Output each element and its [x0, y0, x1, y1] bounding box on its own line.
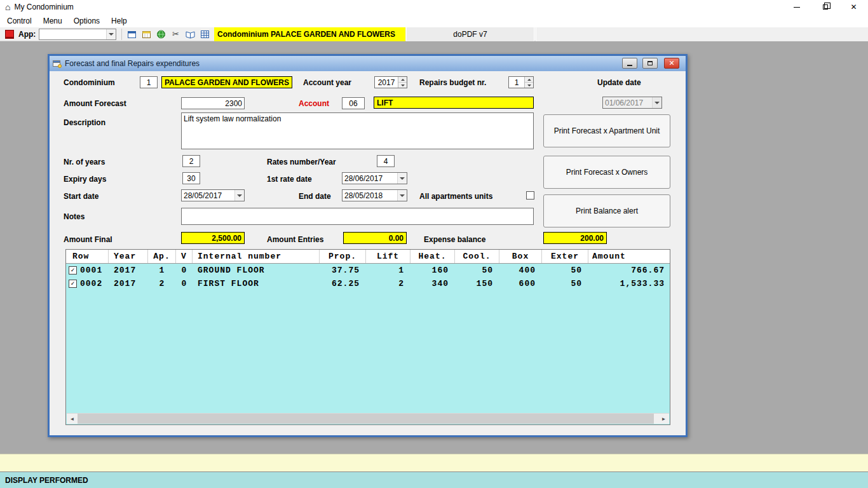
menu-control[interactable]: Control: [1, 15, 37, 27]
dopdf-panel: doPDF v7: [406, 27, 534, 41]
condominium-name-field[interactable]: PALACE GARDEN AND FLOWERS: [161, 76, 292, 88]
close-button[interactable]: ✕: [839, 0, 868, 14]
spin-up-button[interactable]: [525, 77, 533, 82]
minimize-button[interactable]: [782, 0, 811, 14]
table-horizontal-scrollbar[interactable]: ◄ ►: [67, 413, 669, 424]
col-header-ap: Ap.: [148, 250, 176, 263]
first-rate-date-label: 1st rate date: [267, 175, 312, 184]
chevron-down-icon[interactable]: [234, 190, 244, 201]
forecast-window-titlebar[interactable]: Forecast and final Repairs expenditures …: [50, 56, 686, 71]
forecast-window-title: Forecast and final Repairs expenditures: [65, 59, 200, 68]
form-icon: [53, 59, 62, 68]
forecast-window: Forecast and final Repairs expenditures …: [48, 54, 688, 437]
grid-icon[interactable]: [198, 28, 212, 41]
globe-icon[interactable]: [154, 28, 168, 41]
spin-up-button[interactable]: [398, 77, 407, 82]
cut-icon[interactable]: ✂: [168, 28, 182, 41]
spin-down-button[interactable]: [398, 82, 407, 88]
description-textarea[interactable]: Lift system law normalization: [181, 112, 534, 149]
child-maximize-button[interactable]: [642, 58, 658, 69]
cell-exter: 50: [542, 264, 588, 277]
col-header-lift: Lift: [366, 250, 410, 263]
col-header-heat: Heat.: [410, 250, 455, 263]
scroll-left-button[interactable]: ◄: [67, 414, 78, 424]
chevron-down-icon[interactable]: [397, 173, 407, 184]
amount-forecast-input[interactable]: [181, 97, 245, 109]
window-icon[interactable]: [125, 28, 139, 41]
scrollbar-thumb[interactable]: [78, 414, 654, 424]
menu-menu[interactable]: Menu: [37, 15, 68, 27]
close-icon: ✕: [668, 59, 674, 67]
table-row[interactable]: ✓ 0002 2017 2 0 FIRST FLOOR 62.25 2 340 …: [66, 277, 670, 290]
condominium-number-input[interactable]: [140, 76, 158, 88]
menu-options[interactable]: Options: [68, 15, 105, 27]
cell-v: 0: [176, 277, 193, 290]
print-forecast-apartment-button[interactable]: Print Forecast x Apartment Unit: [543, 114, 670, 147]
expense-balance-label: Expense balance: [424, 235, 485, 244]
first-rate-date-combo[interactable]: 28/06/2017: [342, 172, 407, 184]
print-balance-alert-button[interactable]: Print Balance alert: [543, 194, 670, 227]
start-date-combo[interactable]: 28/05/2017: [181, 189, 245, 201]
app-combobox[interactable]: [39, 29, 116, 40]
cell-internal-number: FIRST FLOOR: [193, 277, 320, 290]
repairs-budget-input[interactable]: [509, 77, 524, 88]
check-icon: ✓: [71, 268, 74, 274]
col-header-row: Row: [66, 250, 109, 263]
cell-amount: 1,533.33: [588, 277, 670, 290]
cell-box: 400: [499, 264, 542, 277]
amount-final-field: 2,500.00: [181, 232, 245, 244]
forecast-window-body: Condominium PALACE GARDEN AND FLOWERS Ac…: [50, 71, 686, 435]
repairs-budget-spinner[interactable]: [508, 76, 534, 88]
spin-down-button[interactable]: [525, 82, 533, 88]
notes-label: Notes: [64, 212, 85, 221]
cell-internal-number: GROUND FLOOR: [193, 264, 320, 277]
scroll-right-button[interactable]: ►: [658, 414, 669, 424]
nr-of-years-input[interactable]: [182, 155, 200, 167]
row-number: 0002: [80, 277, 102, 290]
cell-amount: 766.67: [588, 264, 670, 277]
message-strip: [0, 454, 868, 471]
apartments-table: Row Year Ap. V Internal number Prop. Lif…: [65, 249, 670, 425]
row-checkbox[interactable]: ✓: [69, 266, 77, 274]
col-header-box: Box: [499, 250, 542, 263]
chevron-down-icon: [652, 97, 661, 108]
account-code-input[interactable]: [342, 97, 365, 109]
account-name-field[interactable]: LIFT: [374, 97, 534, 109]
menu-help[interactable]: Help: [105, 15, 133, 27]
cell-lift: 1: [366, 264, 410, 277]
end-date-combo[interactable]: 28/05/2018: [342, 189, 407, 201]
restore-button[interactable]: [811, 0, 839, 14]
rates-number-input[interactable]: [377, 155, 395, 167]
first-rate-date-value: 28/06/2017: [342, 173, 397, 184]
account-year-input[interactable]: [375, 77, 398, 88]
row-checkbox[interactable]: ✓: [69, 280, 77, 288]
account-label: Account: [299, 99, 329, 108]
notes-input[interactable]: [181, 208, 534, 225]
book-icon[interactable]: [183, 28, 197, 41]
start-date-value: 28/05/2017: [182, 190, 234, 201]
amount-entries-label: Amount Entries: [267, 235, 323, 244]
chevron-down-icon[interactable]: [106, 29, 116, 39]
child-minimize-button[interactable]: [622, 58, 637, 69]
maximize-icon: [648, 61, 653, 65]
child-close-button[interactable]: ✕: [664, 58, 679, 69]
chevron-down-icon[interactable]: [397, 190, 407, 201]
cell-cool: 50: [455, 264, 499, 277]
end-date-value: 28/05/2018: [342, 190, 397, 201]
col-header-v: V: [176, 250, 193, 263]
col-header-amount: Amount: [588, 250, 670, 263]
table-header: Row Year Ap. V Internal number Prop. Lif…: [66, 250, 670, 264]
account-year-spinner[interactable]: [374, 76, 407, 88]
toolbar-spacer-panel: [536, 27, 868, 41]
row-number: 0001: [80, 264, 102, 277]
expiry-days-input[interactable]: [182, 172, 200, 184]
cell-cool: 150: [455, 277, 499, 290]
calendar-icon[interactable]: [139, 28, 153, 41]
print-forecast-owners-button[interactable]: Print Forecast x Owners: [543, 156, 670, 189]
table-row[interactable]: ✓ 0001 2017 1 0 GROUND FLOOR 37.75 1 160…: [66, 264, 670, 277]
all-apartments-checkbox[interactable]: [526, 191, 534, 200]
app-combo-input[interactable]: [39, 29, 106, 39]
end-date-label: End date: [299, 192, 331, 201]
statusbar: DISPLAY PERFORMED: [0, 471, 868, 488]
cell-v: 0: [176, 264, 193, 277]
